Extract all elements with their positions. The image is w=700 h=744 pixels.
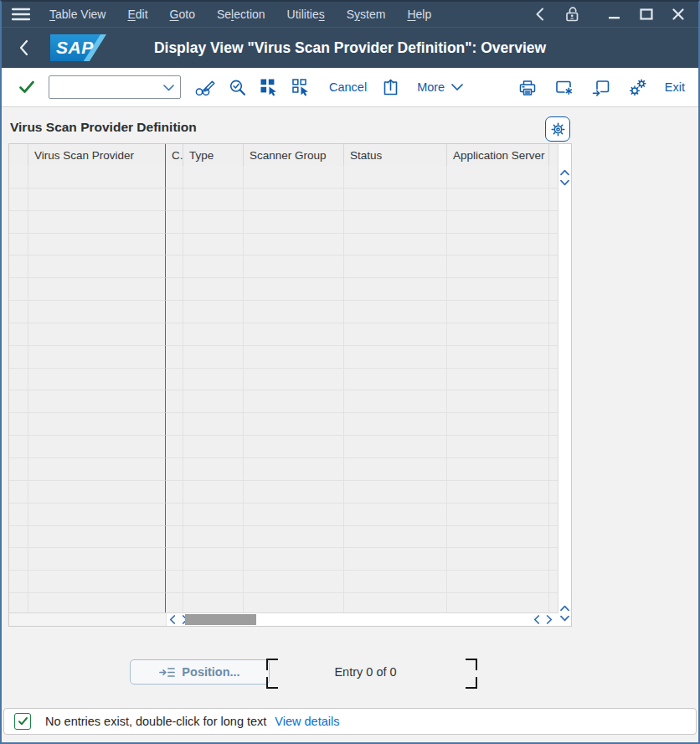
table-cell bbox=[244, 278, 344, 301]
column-header-virus-scan-provider[interactable]: Virus Scan Provider bbox=[28, 144, 166, 166]
table-row[interactable] bbox=[9, 548, 558, 571]
cancel-button[interactable]: Cancel bbox=[329, 80, 367, 94]
print-button[interactable] bbox=[517, 74, 538, 101]
open-new-window-button[interactable] bbox=[591, 74, 611, 101]
maximize-button[interactable] bbox=[640, 8, 653, 20]
table-row[interactable] bbox=[9, 526, 558, 549]
table-row[interactable] bbox=[9, 166, 558, 189]
hamburger-menu-button[interactable] bbox=[2, 8, 41, 21]
menu-items: Table ViewEditGotoSelectionUtilitiesSyst… bbox=[49, 8, 453, 21]
scroll-down-icon[interactable] bbox=[560, 179, 569, 186]
table-cell bbox=[166, 189, 183, 211]
menu-table-view[interactable]: Table View bbox=[49, 8, 106, 21]
field-boundary-mark bbox=[266, 677, 278, 689]
minimize-button[interactable] bbox=[608, 8, 620, 20]
table-row[interactable] bbox=[9, 189, 558, 211]
menu-help[interactable]: Help bbox=[407, 8, 431, 21]
table-row[interactable] bbox=[9, 413, 558, 436]
back-chevron-button[interactable] bbox=[535, 8, 544, 21]
menu-system[interactable]: System bbox=[347, 8, 386, 21]
table-cell bbox=[9, 189, 28, 211]
create-shortcut-button[interactable] bbox=[554, 74, 574, 101]
page-title: Display View "Virus Scan Provider Defini… bbox=[2, 39, 698, 57]
table-cell bbox=[183, 526, 244, 549]
exit-button[interactable]: Exit bbox=[665, 80, 685, 94]
chevron-down-icon bbox=[163, 85, 174, 91]
table-row[interactable] bbox=[9, 301, 558, 323]
scroll-left-icon[interactable] bbox=[169, 615, 176, 624]
table-row[interactable] bbox=[9, 369, 558, 391]
table-row[interactable] bbox=[9, 458, 558, 481]
command-field-input[interactable] bbox=[49, 76, 214, 98]
table-cell bbox=[183, 413, 244, 436]
table-row[interactable] bbox=[9, 481, 558, 504]
horizontal-scroll-thumb[interactable] bbox=[185, 614, 256, 625]
table-row[interactable] bbox=[9, 278, 558, 301]
menu-goto[interactable]: Goto bbox=[170, 8, 195, 21]
choose-detail-button[interactable] bbox=[224, 74, 250, 101]
table-cell bbox=[183, 166, 244, 189]
scroll-down-icon[interactable] bbox=[560, 615, 569, 622]
status-bar[interactable]: No entries exist, double-click for long … bbox=[3, 708, 697, 735]
table-cell bbox=[28, 346, 166, 369]
table-cell bbox=[28, 548, 166, 571]
column-header-blank[interactable] bbox=[9, 144, 28, 166]
table-row[interactable] bbox=[9, 346, 558, 369]
table-row[interactable] bbox=[9, 436, 558, 458]
table-cell bbox=[9, 504, 28, 526]
table-cell bbox=[447, 526, 549, 549]
session-lock-button[interactable] bbox=[564, 5, 582, 23]
select-all-button[interactable] bbox=[255, 74, 282, 101]
table-body bbox=[9, 166, 558, 613]
column-header-c[interactable]: C.. bbox=[166, 144, 183, 166]
position-button[interactable]: Position... bbox=[130, 659, 270, 685]
section-title: Virus Scan Provider Definition bbox=[10, 120, 197, 135]
table-row[interactable] bbox=[9, 571, 558, 593]
menu-utilities[interactable]: Utilities bbox=[287, 8, 325, 21]
table-cell bbox=[9, 390, 28, 413]
vertical-scrollbar[interactable] bbox=[558, 144, 571, 626]
table-row[interactable] bbox=[9, 256, 558, 278]
enter-confirm-button[interactable] bbox=[15, 74, 39, 101]
table-settings-button[interactable] bbox=[545, 116, 570, 142]
hamburger-icon bbox=[12, 8, 30, 21]
deselect-all-button[interactable] bbox=[287, 74, 314, 101]
column-header-application-server[interactable]: Application Server bbox=[447, 144, 549, 166]
more-menu-button[interactable]: More bbox=[417, 80, 463, 94]
column-header-status[interactable]: Status bbox=[344, 144, 447, 166]
table-cell bbox=[183, 189, 244, 211]
table-cell bbox=[447, 234, 549, 256]
table-cell bbox=[28, 189, 166, 211]
table-cell bbox=[447, 369, 549, 391]
table-row[interactable] bbox=[9, 323, 558, 346]
table-cell bbox=[183, 548, 244, 571]
maximize-icon bbox=[640, 8, 653, 20]
column-header-type[interactable]: Type bbox=[183, 144, 244, 166]
command-field[interactable] bbox=[49, 75, 181, 99]
open-window-arrow-icon bbox=[591, 78, 611, 97]
export-button[interactable] bbox=[377, 74, 404, 101]
unlock-icon bbox=[564, 5, 582, 23]
close-button[interactable] bbox=[672, 8, 684, 20]
scroll-up-icon[interactable] bbox=[560, 605, 569, 612]
table-row[interactable] bbox=[9, 390, 558, 413]
title-bar: SAP Display View "Virus Scan Provider De… bbox=[2, 28, 698, 68]
entry-counter: Entry 0 of 0 bbox=[296, 665, 435, 679]
menu-selection[interactable]: Selection bbox=[217, 8, 265, 21]
view-details-link[interactable]: View details bbox=[275, 715, 339, 728]
table-row[interactable] bbox=[9, 211, 558, 234]
column-header-scanner-group[interactable]: Scanner Group bbox=[244, 144, 344, 166]
table-cell bbox=[447, 390, 549, 413]
table-cell bbox=[166, 481, 183, 504]
table-row[interactable] bbox=[9, 504, 558, 526]
scroll-right-icon[interactable] bbox=[546, 615, 553, 624]
horizontal-scrollbar[interactable] bbox=[9, 612, 558, 626]
settings-button[interactable] bbox=[628, 74, 648, 101]
table-cell bbox=[344, 256, 447, 278]
table-row[interactable] bbox=[9, 593, 558, 613]
menu-edit[interactable]: Edit bbox=[127, 8, 147, 21]
scroll-left-icon[interactable] bbox=[533, 615, 540, 624]
table-cell bbox=[447, 413, 549, 436]
scroll-up-icon[interactable] bbox=[560, 169, 569, 176]
table-row[interactable] bbox=[9, 234, 558, 256]
